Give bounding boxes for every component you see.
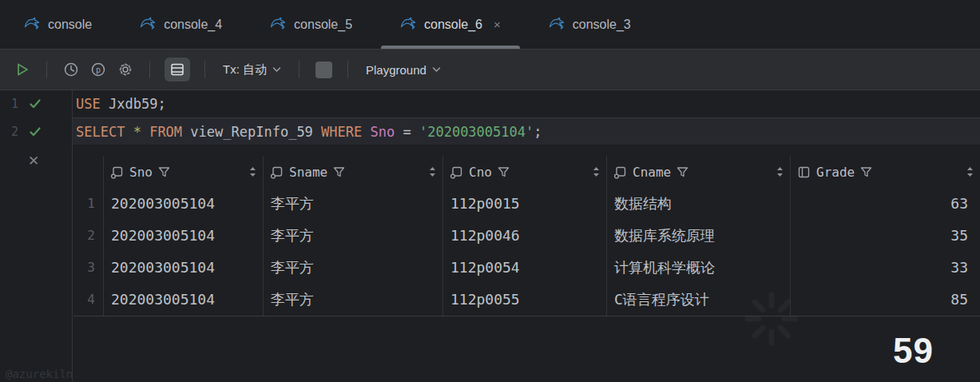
toolbar-separator xyxy=(299,61,300,78)
filter-icon[interactable] xyxy=(676,166,688,178)
grid-cell[interactable]: 112p0055 xyxy=(443,284,607,316)
grid-cell[interactable]: 李平方 xyxy=(264,252,443,284)
big-number-overlay: 59 xyxy=(893,331,934,371)
code-text[interactable]: SELECT * FROM view_RepInfo_59 WHERE Sno … xyxy=(72,118,980,145)
playground-dropdown[interactable]: Playground xyxy=(363,63,444,77)
stop-button[interactable] xyxy=(314,60,333,79)
sql-token: WHERE xyxy=(321,124,370,140)
tab-close-icon[interactable]: × xyxy=(494,18,501,31)
column-icon xyxy=(450,165,463,179)
tab-label: console_4 xyxy=(164,18,222,32)
column-name: Sname xyxy=(289,165,327,180)
grid-cell[interactable]: 李平方 xyxy=(264,220,443,252)
close-results-icon[interactable]: ✕ xyxy=(28,154,39,168)
filter-icon[interactable] xyxy=(498,166,510,178)
grid-cell[interactable]: 计算机科学概论 xyxy=(607,252,791,284)
grid-cell[interactable]: 112p0046 xyxy=(443,220,607,252)
grid-cell[interactable]: 112p0015 xyxy=(443,188,607,220)
sort-arrows-icon[interactable] xyxy=(429,166,436,177)
gutter-border xyxy=(72,90,73,382)
grid-cell[interactable]: 85 xyxy=(791,284,980,316)
console-tab[interactable]: console_3 xyxy=(525,0,655,49)
sql-token: Sno xyxy=(371,124,403,140)
column-icon xyxy=(110,165,124,179)
sql-token: ; xyxy=(534,124,542,140)
statement-success-icon xyxy=(30,127,41,137)
sort-arrows-icon[interactable] xyxy=(966,166,974,177)
svg-text:p: p xyxy=(96,66,101,74)
column-icon xyxy=(797,165,811,179)
code-line[interactable]: 2SELECT * FROM view_RepInfo_59 WHERE Sno… xyxy=(0,117,980,145)
grid-cell[interactable]: 202003005104 xyxy=(104,284,264,316)
sql-token: '202003005104' xyxy=(419,124,534,140)
toolbar-separator xyxy=(149,61,150,78)
code-text[interactable]: USE Jxdb59; xyxy=(72,90,980,117)
grid-cell[interactable]: 数据库系统原理 xyxy=(607,220,791,252)
sort-arrows-icon[interactable] xyxy=(249,166,256,177)
tab-label: console_3 xyxy=(573,18,631,32)
column-header[interactable]: Grade xyxy=(791,156,980,188)
chevron-down-icon xyxy=(272,66,281,73)
parameters-button[interactable]: p xyxy=(89,60,108,79)
tx-mode-dropdown[interactable]: Tx: 自动 xyxy=(220,62,284,78)
code-line[interactable]: 1USE Jxdb59; xyxy=(0,90,980,117)
grid-cell[interactable]: 35 xyxy=(791,220,980,252)
column-name: Cname xyxy=(633,165,671,180)
grid-cell[interactable]: 112p0054 xyxy=(443,252,607,284)
tab-icon-slot xyxy=(549,16,565,34)
tab-icon-slot xyxy=(400,16,416,34)
filter-icon[interactable] xyxy=(333,166,345,178)
grid-cell[interactable]: 202003005104 xyxy=(104,188,264,220)
toolbar-separator xyxy=(46,61,47,78)
mysql-dolphin-icon xyxy=(270,16,286,30)
mysql-dolphin-icon xyxy=(549,16,565,30)
filter-icon[interactable] xyxy=(158,166,170,178)
console-tab[interactable]: console xyxy=(0,0,116,49)
sort-arrows-icon[interactable] xyxy=(593,166,600,177)
watermark: @azurekiln xyxy=(6,368,73,380)
sql-token: SELECT xyxy=(76,124,133,140)
column-header[interactable]: Sno xyxy=(104,156,264,188)
history-button[interactable] xyxy=(61,60,81,79)
settings-gear-button[interactable] xyxy=(116,60,135,79)
stop-icon xyxy=(315,62,332,78)
results-grid[interactable]: Sno Sname Cno xyxy=(73,156,980,316)
toolbar-separator xyxy=(204,61,205,78)
grid-cell[interactable]: C语言程序设计 xyxy=(607,284,791,316)
line-gutter: 1 xyxy=(0,90,72,117)
column-name: Cno xyxy=(469,165,492,180)
line-number: 2 xyxy=(11,118,21,145)
grid-cell[interactable]: 数据结构 xyxy=(607,188,791,220)
sort-arrows-icon[interactable] xyxy=(776,166,784,177)
console-tab[interactable]: console_5 xyxy=(246,0,376,49)
sql-token: ; xyxy=(157,96,165,112)
console-tab[interactable]: console_6 × xyxy=(376,0,525,49)
column-header[interactable]: Sname xyxy=(264,156,443,188)
toolbar: p Tx: 自动 P xyxy=(0,50,980,90)
grid-cell[interactable]: 202003005104 xyxy=(104,220,264,252)
grid-cell[interactable]: 63 xyxy=(791,188,980,220)
grid-cell[interactable]: 李平方 xyxy=(264,188,443,220)
column-icon xyxy=(270,165,284,179)
row-number: 4 xyxy=(73,284,104,316)
row-number: 1 xyxy=(73,188,104,220)
grid-cell[interactable]: 33 xyxy=(791,252,980,284)
sql-token: Jxdb59 xyxy=(109,96,157,112)
tab-icon-slot xyxy=(140,16,156,34)
column-header[interactable]: Cname xyxy=(607,156,791,188)
tab-bar: console console_4 console_5 console_6 × … xyxy=(0,0,980,50)
grid-cell[interactable]: 李平方 xyxy=(264,284,443,316)
tab-icon-slot xyxy=(270,16,286,34)
sql-token: USE xyxy=(76,96,109,112)
statement-success-icon xyxy=(30,99,41,109)
column-header[interactable]: Cno xyxy=(443,156,607,188)
in-editor-results-toggle[interactable] xyxy=(165,58,190,82)
grid-cell[interactable]: 202003005104 xyxy=(104,252,264,284)
console-tab[interactable]: console_4 xyxy=(116,0,246,49)
sql-token: FROM xyxy=(149,124,190,140)
code-lines[interactable]: 1USE Jxdb59;2SELECT * FROM view_RepInfo_… xyxy=(0,90,980,145)
filter-icon[interactable] xyxy=(860,166,872,178)
database-console-window: console console_4 console_5 console_6 × … xyxy=(0,0,980,382)
run-button[interactable] xyxy=(13,60,32,79)
mysql-dolphin-icon xyxy=(140,16,156,30)
